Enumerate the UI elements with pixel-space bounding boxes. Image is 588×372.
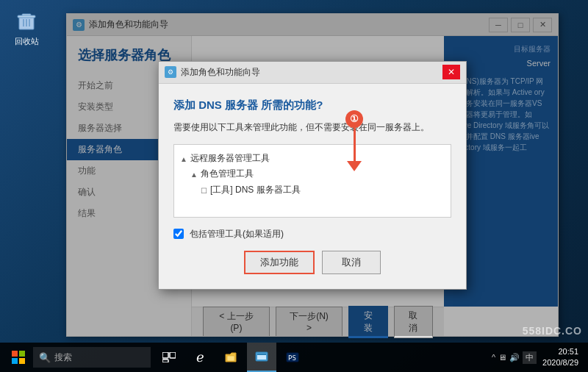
svg-rect-5 — [18, 15, 35, 18]
dialog-title: 添加角色和功能向导 — [181, 66, 442, 79]
recycle-bin-icon[interactable]: 回收站 — [13, 7, 40, 47]
time-display: 20:51 — [542, 346, 578, 357]
arrow-annotation: ① — [345, 110, 363, 171]
dialog-heading: 添加 DNS 服务器 所需的功能? — [173, 99, 451, 112]
powershell-button[interactable]: PS — [278, 343, 307, 372]
main-window: ⚙ 添加角色和功能向导 ─ □ ✕ 选择服务器角色 开始之前 安装类型 服务器选… — [66, 13, 559, 337]
search-icon: 🔍 — [39, 352, 51, 363]
watermark: 558IDC.CO — [523, 325, 582, 337]
tree-label-1: 远程服务器管理工具 — [190, 151, 270, 167]
arrow-head — [347, 161, 362, 171]
tree-item-1: ▲ 远程服务器管理工具 — [180, 151, 445, 167]
tree-item-3: ☐ [工具] DNS 服务器工具 — [180, 182, 445, 198]
annotation-circle: ① — [345, 110, 363, 128]
taskbar: 🔍 搜索 ℯ — [0, 343, 588, 372]
tray-expand[interactable]: ^ — [492, 353, 495, 362]
tray-network-icon: 🖥 — [498, 353, 506, 362]
recycle-bin-image — [13, 7, 40, 34]
tree-item-2: ▲ 角色管理工具 — [180, 166, 445, 182]
dialog: ⚙ 添加角色和功能向导 ✕ 添加 DNS 服务器 所需的功能? 需要使用以下工具… — [158, 61, 467, 290]
svg-rect-16 — [257, 354, 266, 355]
svg-rect-12 — [162, 360, 168, 362]
tray-volume-icon: 🔊 — [509, 353, 520, 362]
tree-label-3: [工具] DNS 服务器工具 — [210, 182, 301, 198]
tray-ime[interactable]: 中 — [523, 351, 537, 364]
recycle-bin-label: 回收站 — [15, 36, 39, 47]
svg-rect-8 — [12, 358, 18, 364]
date-display: 2020/8/29 — [542, 357, 578, 368]
dialog-titlebar: ⚙ 添加角色和功能向导 ✕ — [159, 62, 466, 84]
search-box[interactable]: 🔍 搜索 — [33, 347, 151, 368]
dialog-buttons: 添加功能 取消 — [173, 251, 451, 274]
desktop: 回收站 ⚙ 添加角色和功能向导 ─ □ ✕ 选择服务器角色 开始之前 安装类型 … — [0, 0, 588, 372]
svg-rect-6 — [12, 351, 18, 357]
svg-rect-7 — [19, 351, 25, 357]
dialog-subtitle: 需要使用以下工具来管理此功能，但不需要安装在同一服务器上。 — [173, 121, 451, 134]
tree-check-icon-3: ☐ — [201, 185, 207, 198]
tree-expand-icon-1: ▲ — [180, 153, 187, 166]
svg-rect-13 — [227, 356, 234, 361]
dialog-overlay: ⚙ 添加角色和功能向导 ✕ 添加 DNS 服务器 所需的功能? 需要使用以下工具… — [67, 14, 558, 336]
svg-rect-11 — [170, 352, 176, 358]
dialog-title-icon: ⚙ — [165, 66, 176, 78]
dialog-cancel-button[interactable]: 取消 — [322, 251, 381, 274]
checkbox-row: 包括管理工具(如果适用) — [173, 228, 451, 240]
tree-expand-icon-2: ▲ — [190, 168, 198, 182]
search-placeholder: 搜索 — [54, 351, 72, 364]
include-management-checkbox[interactable] — [173, 229, 184, 239]
add-feature-button[interactable]: 添加功能 — [244, 251, 315, 274]
taskview-button[interactable] — [154, 343, 184, 372]
start-button[interactable] — [4, 343, 33, 372]
taskbar-icons: ℯ PS — [154, 343, 307, 372]
ie-button[interactable]: ℯ — [185, 343, 215, 372]
dialog-body: 添加 DNS 服务器 所需的功能? 需要使用以下工具来管理此功能，但不需要安装在… — [159, 84, 466, 289]
svg-text:PS: PS — [288, 354, 296, 362]
tree-label-2: 角色管理工具 — [201, 166, 254, 182]
svg-rect-10 — [162, 352, 168, 358]
svg-rect-9 — [19, 358, 25, 364]
checkbox-label: 包括管理工具(如果适用) — [190, 228, 284, 240]
taskbar-tray: ^ 🖥 🔊 中 — [492, 351, 537, 364]
explorer-button[interactable] — [216, 343, 245, 372]
taskbar-time[interactable]: 20:51 2020/8/29 — [542, 346, 578, 369]
dialog-close-button[interactable]: ✕ — [442, 65, 460, 79]
taskbar-right: ^ 🖥 🔊 中 20:51 2020/8/29 — [486, 346, 584, 369]
server-manager-button[interactable] — [247, 343, 276, 372]
feature-tree: ▲ 远程服务器管理工具 ▲ 角色管理工具 ☐ [工具] DNS 服务器工具 — [173, 144, 451, 218]
arrow-line — [354, 128, 356, 161]
